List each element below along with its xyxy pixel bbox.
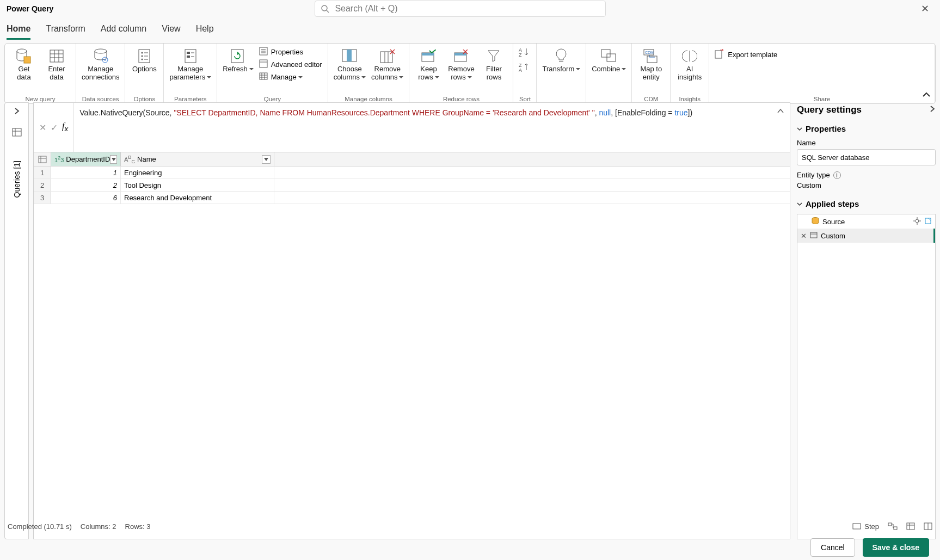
svg-rect-78 [894,527,897,530]
svg-rect-47 [454,53,466,56]
choose-columns-button[interactable]: Choose columns [334,47,366,82]
manage-parameters-button[interactable]: Manage parameters [169,47,211,82]
get-data-button[interactable]: Get data [10,47,38,82]
ai-insights-button[interactable]: AI insights [676,47,703,82]
group-label-cdm: CDM [637,96,665,102]
table-view-button[interactable] [906,522,915,530]
step-settings-button[interactable] [913,217,921,226]
svg-point-11 [104,59,106,61]
combine-icon [600,47,618,65]
collapse-settings-button[interactable] [929,104,936,115]
sort-desc-button[interactable]: ZA [519,62,531,74]
database-icon [16,47,32,65]
svg-rect-30 [260,60,267,67]
group-label-insights: Insights [676,96,703,102]
ribbon-group-insights: AI insights Insights [671,44,709,103]
commit-formula-button[interactable]: ✓ [51,122,58,133]
applied-steps-list: Source ✕ Custom [797,214,936,539]
collapse-ribbon-button[interactable] [922,90,931,100]
svg-point-2 [17,49,27,53]
step-source[interactable]: Source [797,214,935,229]
manage-query-button[interactable]: Manage [259,72,322,82]
info-icon[interactable]: i [833,171,841,179]
column-header-name[interactable]: ABC Name [121,152,274,166]
svg-rect-45 [422,53,434,56]
transform-button[interactable]: Transform [542,47,580,73]
step-view-button[interactable]: Step [852,522,879,531]
query-name-input[interactable] [797,149,936,165]
group-label-manage-columns: Manage columns [334,96,404,102]
table-row[interactable]: 1 1 Engineering [34,167,790,179]
tab-transform[interactable]: Transform [46,24,85,40]
svg-line-1 [327,10,329,13]
tab-view[interactable]: View [162,24,180,40]
svg-point-0 [322,5,327,11]
editor-icon [259,59,268,70]
collapse-formula-button[interactable] [777,106,784,118]
status-completed: Completed (10.71 s) [8,522,72,531]
sort-asc-button[interactable]: AZ [519,47,531,59]
options-button[interactable]: Options [131,47,158,73]
connections-icon [93,47,109,65]
save-close-button[interactable]: Save & close [863,538,929,557]
ribbon-group-options: Options Options [125,44,164,103]
delete-step-button[interactable]: ✕ [801,232,807,240]
export-template-button[interactable]: Export template [715,47,777,60]
split-view-button[interactable] [924,522,932,530]
grid-corner-button[interactable] [34,152,51,166]
expand-queries-button[interactable] [13,107,21,117]
table-icon [49,47,64,65]
editor-area: ✕ ✓ fx Value.NativeQuery(Source, "SELECT… [33,102,790,539]
svg-rect-56 [607,54,616,61]
table-row[interactable]: 2 2 Tool Design [34,179,790,192]
queries-icon [12,128,22,139]
queries-panel-collapsed: Queries [1] [4,102,29,539]
filter-rows-button[interactable]: Filter rows [480,47,507,82]
remove-columns-button[interactable]: Remove columns [371,47,403,82]
cancel-button[interactable]: Cancel [810,538,855,557]
close-button[interactable]: ✕ [917,1,933,17]
ribbon: Get data Enter data New query Manage con… [4,43,936,104]
queries-panel-label: Queries [1] [13,161,21,198]
column-header-departmentid[interactable]: 123 DepartmentID [51,152,121,166]
column-filter-button[interactable] [262,155,271,164]
svg-point-13 [142,52,143,54]
ribbon-group-new-query: Get data Enter data New query [5,44,76,103]
map-to-entity-button[interactable]: CDM Map to entity [637,47,665,82]
combine-button[interactable]: Combine [592,47,626,73]
enter-data-button[interactable]: Enter data [43,47,70,82]
app-title: Power Query [7,4,53,13]
cancel-formula-button[interactable]: ✕ [39,122,46,133]
ribbon-group-share: Export template Share [709,44,935,103]
keep-rows-icon [421,47,436,65]
column-filter-button[interactable] [110,155,117,164]
tab-home[interactable]: Home [7,24,30,40]
advanced-editor-button[interactable]: Advanced editor [259,59,322,70]
step-fold-icon[interactable] [924,217,932,226]
applied-steps-section-toggle[interactable]: Applied steps [797,199,936,208]
svg-rect-79 [907,523,914,530]
keep-rows-button[interactable]: Keep rows [415,47,442,82]
remove-columns-icon [379,47,396,65]
svg-rect-38 [347,50,352,61]
svg-rect-3 [24,57,30,63]
manage-connections-button[interactable]: Manage connections [82,47,119,82]
svg-rect-32 [260,73,267,79]
tab-add-column[interactable]: Add column [101,24,147,40]
step-custom[interactable]: ✕ Custom [797,229,935,243]
ribbon-group-query: Refresh Properties Advanced editor Manag… [217,44,328,103]
remove-rows-button[interactable]: Remove rows [447,47,475,82]
dialog-footer: Cancel Save & close [810,538,929,557]
properties-section-toggle[interactable]: Properties [797,124,936,133]
tab-help[interactable]: Help [196,24,214,40]
table-row[interactable]: 3 6 Research and Development [34,192,790,204]
diagram-view-button[interactable] [888,522,898,530]
refresh-button[interactable]: Refresh [223,47,254,73]
search-input[interactable]: Search (Alt + Q) [315,1,606,17]
properties-button[interactable]: Properties [259,47,322,57]
ribbon-group-combine: Combine [586,44,632,103]
formula-input[interactable]: Value.NativeQuery(Source, "SELECT Depart… [74,103,790,152]
choose-columns-icon [341,47,358,65]
ribbon-group-parameters: Manage parameters Parameters [164,44,217,103]
status-bar: Completed (10.71 s) Columns: 2 Rows: 3 S… [4,519,936,534]
